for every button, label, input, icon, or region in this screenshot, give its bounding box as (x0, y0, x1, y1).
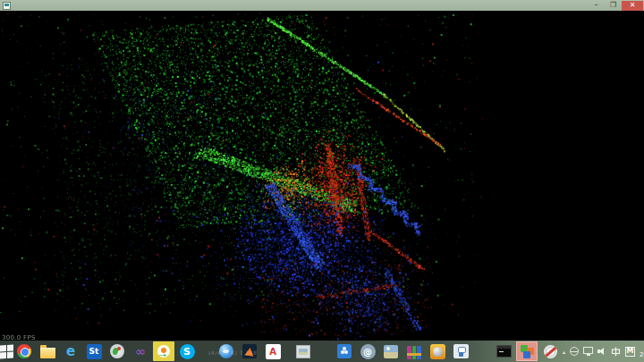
taskbar: eSt∞SA@ ▴M 21:40 2018/3/29 (0, 341, 644, 362)
volume-icon[interactable] (597, 342, 606, 360)
taskbar-apps: eSt∞SA@ (13, 341, 563, 362)
desktop: – ❐ ✕ 300.0 FPS (4/476 K) 7,248 eSt∞SA@ … (0, 0, 644, 362)
blue-clover-app-icon[interactable] (334, 341, 355, 361)
windows-logo-icon (0, 344, 13, 358)
tray-date: 2018/3/29 (640, 351, 644, 358)
network-status-icon[interactable] (570, 342, 579, 360)
acrobat-reader-icon[interactable]: A (262, 341, 284, 361)
close-button[interactable]: ✕ (622, 1, 643, 11)
tray-clock[interactable]: 21:40 2018/3/29 (640, 344, 644, 358)
skype-icon[interactable]: S (176, 341, 198, 361)
input-mode-icon[interactable]: M (625, 342, 635, 360)
blue-sphere-app-icon[interactable] (216, 341, 237, 361)
hidden-icons-icon[interactable]: ▴ (563, 342, 565, 360)
photo-viewer-icon[interactable] (292, 341, 314, 361)
display-settings-icon[interactable] (583, 342, 593, 360)
app-window-icon (3, 2, 11, 10)
system-tray: ▴M 21:40 2018/3/29 (563, 341, 644, 362)
pointcloud-viewport[interactable] (0, 0, 644, 362)
minimize-button[interactable]: – (588, 1, 605, 11)
winrar-icon[interactable] (403, 341, 425, 361)
st-app-icon[interactable]: St (83, 341, 105, 361)
mail-at-app-icon[interactable]: @ (357, 341, 378, 361)
matlab-icon[interactable] (239, 341, 260, 361)
start-button[interactable] (0, 341, 13, 362)
file-explorer-icon[interactable] (37, 341, 58, 361)
window-titlebar: – ❐ ✕ (0, 0, 644, 11)
input-language-icon[interactable] (611, 342, 621, 360)
globe-game-app-icon[interactable] (427, 341, 448, 361)
pointcloud-app-active-icon[interactable] (516, 341, 538, 361)
cloudcompare-icon[interactable] (106, 341, 128, 361)
blocked-app-icon[interactable] (539, 341, 561, 361)
chrome-icon[interactable] (13, 341, 35, 361)
internet-explorer-icon[interactable]: e (60, 341, 81, 361)
tray-time: 21:40 (640, 344, 644, 351)
scene-app-icon[interactable] (380, 341, 402, 361)
console-window-icon[interactable] (493, 341, 514, 361)
restore-button[interactable]: ❐ (605, 1, 622, 11)
active-yellow-app-icon[interactable] (153, 341, 174, 361)
robot-app-icon[interactable] (450, 341, 471, 361)
visual-studio-icon[interactable]: ∞ (130, 341, 151, 361)
